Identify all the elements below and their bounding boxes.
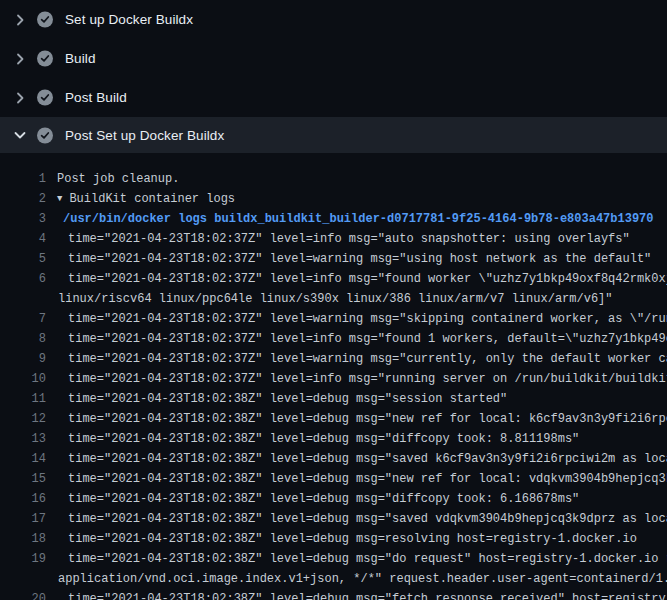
log-line-text: linux/riscv64 linux/ppc64le linux/s390x … xyxy=(57,289,613,309)
log-line: application/vnd.oci.image.index.v1+json,… xyxy=(0,569,667,589)
log-line-text: time="2021-04-23T18:02:37Z" level=info m… xyxy=(57,229,630,249)
log-line: 4 time="2021-04-23T18:02:37Z" level=info… xyxy=(0,229,667,249)
log-line-text: application/vnd.oci.image.index.v1+json,… xyxy=(57,569,667,589)
log-line-text: time="2021-04-23T18:02:38Z" level=debug … xyxy=(57,549,667,569)
log-line-number[interactable]: 6 xyxy=(0,269,46,289)
log-line-number[interactable]: 3 xyxy=(0,209,46,229)
group-toggle-icon[interactable]: ▼ xyxy=(57,189,62,209)
log-line-text: time="2021-04-23T18:02:37Z" level=info m… xyxy=(57,269,667,289)
log-line-text: time="2021-04-23T18:02:38Z" level=debug … xyxy=(57,449,667,469)
log-line-text: time="2021-04-23T18:02:38Z" level=debug … xyxy=(57,509,667,529)
chevron-right-icon xyxy=(12,51,28,67)
log-line-number[interactable] xyxy=(0,289,46,309)
log-line-text: time="2021-04-23T18:02:38Z" level=debug … xyxy=(57,469,667,489)
log-line-text: time="2021-04-23T18:02:37Z" level=info m… xyxy=(57,369,667,389)
log-line: 13 time="2021-04-23T18:02:38Z" level=deb… xyxy=(0,429,667,449)
log-line-number[interactable]: 16 xyxy=(0,489,46,509)
log-line: 10 time="2021-04-23T18:02:37Z" level=inf… xyxy=(0,369,667,389)
step-title: Post Build xyxy=(65,90,127,105)
step-title: Post Set up Docker Buildx xyxy=(65,128,224,143)
log-line-number[interactable]: 13 xyxy=(0,429,46,449)
log-line: 15 time="2021-04-23T18:02:38Z" level=deb… xyxy=(0,469,667,489)
log-line-text: time="2021-04-23T18:02:38Z" level=debug … xyxy=(57,489,579,509)
log-line: 11 time="2021-04-23T18:02:38Z" level=deb… xyxy=(0,389,667,409)
actions-log-viewer: Set up Docker Buildx Build Post Build Po… xyxy=(0,0,667,600)
step-header-post-set-up-docker-buildx[interactable]: Post Set up Docker Buildx xyxy=(0,117,667,153)
log-line-text: time="2021-04-23T18:02:37Z" level=warnin… xyxy=(57,309,667,329)
group-label[interactable]: BuildKit container logs xyxy=(69,192,235,206)
log-line-number[interactable]: 9 xyxy=(0,349,46,369)
log-line-text: time="2021-04-23T18:02:38Z" level=debug … xyxy=(57,409,667,429)
log-line-number[interactable]: 11 xyxy=(0,389,46,409)
log-line: 8 time="2021-04-23T18:02:37Z" level=info… xyxy=(0,329,667,349)
check-circle-icon xyxy=(37,127,53,143)
log-line: 5 time="2021-04-23T18:02:37Z" level=warn… xyxy=(0,249,667,269)
step-title: Set up Docker Buildx xyxy=(65,12,193,27)
step-title: Build xyxy=(65,51,96,66)
log-line-number[interactable]: 12 xyxy=(0,409,46,429)
log-line-text: time="2021-04-23T18:02:37Z" level=info m… xyxy=(57,329,667,349)
check-circle-icon xyxy=(37,51,53,67)
log-line-number[interactable]: 15 xyxy=(0,469,46,489)
log-line: 7 time="2021-04-23T18:02:37Z" level=warn… xyxy=(0,309,667,329)
log-line-number[interactable]: 10 xyxy=(0,369,46,389)
step-list: Set up Docker Buildx Build Post Build Po… xyxy=(0,0,667,153)
log-line: linux/riscv64 linux/ppc64le linux/s390x … xyxy=(0,289,667,309)
log-line: 12 time="2021-04-23T18:02:38Z" level=deb… xyxy=(0,409,667,429)
log-line-number[interactable]: 8 xyxy=(0,329,46,349)
check-circle-icon xyxy=(37,90,53,106)
log-line: 1 Post job cleanup. xyxy=(0,169,667,189)
log-line: 2 ▼BuildKit container logs xyxy=(0,189,667,209)
log-line-text: time="2021-04-23T18:02:37Z" level=warnin… xyxy=(57,349,667,369)
log-line-text: time="2021-04-23T18:02:37Z" level=warnin… xyxy=(57,249,651,269)
chevron-down-icon xyxy=(12,127,28,143)
log-line: 18 time="2021-04-23T18:02:38Z" level=deb… xyxy=(0,529,667,549)
log-line-number[interactable]: 19 xyxy=(0,549,46,569)
log-line: 3 /usr/bin/docker logs buildx_buildkit_b… xyxy=(0,209,667,229)
log-line-number[interactable] xyxy=(0,569,46,589)
log-line: 9 time="2021-04-23T18:02:37Z" level=warn… xyxy=(0,349,667,369)
step-header-post-build[interactable]: Post Build xyxy=(0,78,667,117)
log-line-number[interactable]: 1 xyxy=(0,169,46,189)
log-line: 17 time="2021-04-23T18:02:38Z" level=deb… xyxy=(0,509,667,529)
log-area: 1 Post job cleanup. 2 ▼BuildKit containe… xyxy=(0,153,667,600)
chevron-right-icon xyxy=(12,90,28,106)
log-line: 20 time="2021-04-23T18:02:38Z" level=deb… xyxy=(0,589,667,600)
log-line-text: time="2021-04-23T18:02:38Z" level=debug … xyxy=(57,529,637,549)
log-line: 16 time="2021-04-23T18:02:38Z" level=deb… xyxy=(0,489,667,509)
log-line: 14 time="2021-04-23T18:02:38Z" level=deb… xyxy=(0,449,667,469)
log-line-text: time="2021-04-23T18:02:38Z" level=debug … xyxy=(57,429,579,449)
log-line: 19 time="2021-04-23T18:02:38Z" level=deb… xyxy=(0,549,667,569)
check-circle-icon xyxy=(37,12,53,28)
log-line-text: /usr/bin/docker logs buildx_buildkit_bui… xyxy=(57,209,654,229)
log-line-number[interactable]: 14 xyxy=(0,449,46,469)
log-line: 6 time="2021-04-23T18:02:37Z" level=info… xyxy=(0,269,667,289)
step-header-set-up-docker-buildx[interactable]: Set up Docker Buildx xyxy=(0,0,667,39)
log-line-text: time="2021-04-23T18:02:38Z" level=debug … xyxy=(57,389,507,409)
log-line-number[interactable]: 18 xyxy=(0,529,46,549)
step-header-build[interactable]: Build xyxy=(0,39,667,78)
log-line-text: ▼BuildKit container logs xyxy=(57,189,235,209)
log-line-number[interactable]: 7 xyxy=(0,309,46,329)
log-line-number[interactable]: 2 xyxy=(0,189,46,209)
log-line-number[interactable]: 4 xyxy=(0,229,46,249)
log-line-text: time="2021-04-23T18:02:38Z" level=debug … xyxy=(57,589,667,600)
log-line-number[interactable]: 17 xyxy=(0,509,46,529)
log-line-number[interactable]: 5 xyxy=(0,249,46,269)
chevron-right-icon xyxy=(12,12,28,28)
log-line-text: Post job cleanup. xyxy=(57,169,179,189)
log-line-number[interactable]: 20 xyxy=(0,589,46,600)
